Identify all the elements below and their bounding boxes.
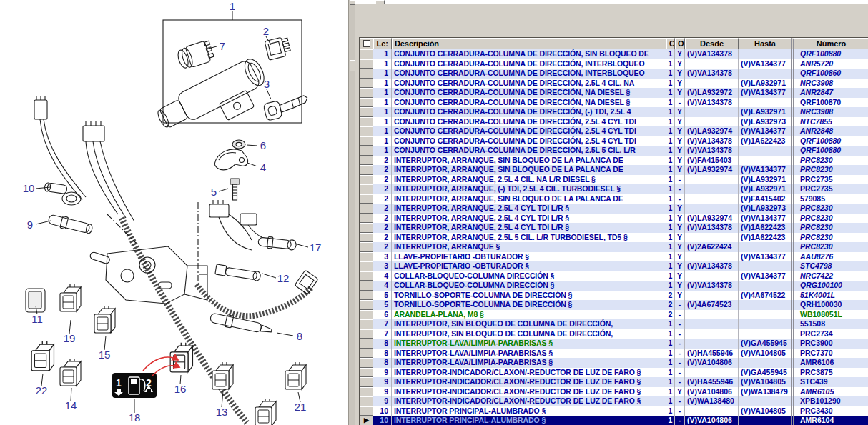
cell-desde[interactable]: [685, 329, 739, 339]
cell-desde[interactable]: [685, 310, 739, 320]
table-row[interactable]: 2INTERRUPTOR, ARRANQUE, SIN BLOQUEO DE L…: [360, 165, 868, 175]
cell-descripcion[interactable]: INTERRUPTOR-INDICADOR/CLAXON/-REDUCTOR D…: [392, 368, 666, 378]
cell-hasta[interactable]: (V)GA455945: [739, 368, 791, 378]
cell-descripcion[interactable]: INTERRUPTOR, SIN BLOQUEO DE COLUMNA DE D…: [392, 319, 666, 329]
diagram-callout-number[interactable]: 14: [65, 399, 77, 411]
cell-numero[interactable]: PRC8230: [791, 214, 868, 224]
cell-le[interactable]: 1: [373, 69, 392, 79]
cell-desde[interactable]: [685, 79, 739, 89]
cell-desde[interactable]: [685, 271, 739, 281]
cell-descripcion[interactable]: CONJUNTO CERRADURA-COLUMNA DE DIRECCIÓN,…: [392, 88, 666, 98]
row-header[interactable]: [360, 107, 373, 117]
cell-descripcion[interactable]: INTERRUPTOR, ARRANQUE, 2.5L 5 CIL. L/R T…: [392, 233, 666, 243]
cell-desde[interactable]: [685, 252, 739, 262]
splitter-handle[interactable]: [375, 0, 385, 4]
cell-os[interactable]: -: [675, 416, 685, 425]
row-header[interactable]: [360, 136, 373, 146]
row-header[interactable]: [360, 310, 373, 320]
cell-numero[interactable]: NRC7422: [791, 271, 868, 281]
cell-os[interactable]: -: [675, 300, 685, 310]
diagram-callout-number[interactable]: 4: [260, 161, 266, 174]
cell-le[interactable]: 7: [373, 319, 392, 329]
cell-hasta[interactable]: [739, 146, 791, 156]
diagram-callout-number[interactable]: 12: [277, 272, 290, 284]
cell-numero[interactable]: 579085: [791, 194, 868, 204]
cell-descripcion[interactable]: INTERRUPTOR, ARRANQUE, 2.5L 4 CYL TDI L/…: [392, 214, 666, 224]
cell-os[interactable]: Y: [675, 136, 685, 146]
cell-le[interactable]: 5: [373, 291, 392, 301]
cell-descripcion[interactable]: COLLAR-BLOQUEO-COLUMNA DIRECCIÓN §: [392, 281, 666, 291]
cell-desde[interactable]: [685, 184, 739, 194]
row-header[interactable]: [360, 223, 373, 233]
cell-desde[interactable]: (V)LA932974: [685, 214, 739, 224]
cell-hasta[interactable]: [739, 281, 791, 291]
cell-numero[interactable]: PRC7370: [791, 349, 868, 359]
cell-hasta[interactable]: (V)LA932971: [739, 175, 791, 185]
cell-hasta[interactable]: (V)WA138479: [739, 387, 791, 397]
cell-cantidad[interactable]: 1: [666, 88, 675, 98]
cell-numero[interactable]: ANR2848: [791, 126, 868, 136]
cell-numero[interactable]: XPB101290: [791, 396, 868, 406]
cell-le[interactable]: 1: [373, 126, 392, 136]
vertical-scrollbar[interactable]: [348, 0, 355, 425]
cell-hasta[interactable]: [739, 69, 791, 79]
table-row[interactable]: 10INTERRUPTOR PRINCIPAL-ALUMBRADO §1-(V)…: [360, 406, 868, 416]
row-header[interactable]: [360, 242, 373, 252]
table-row[interactable]: 7INTERRUPTOR, SIN BLOQUEO DE COLUMNA DE …: [360, 329, 868, 339]
cell-cantidad[interactable]: 1: [666, 175, 675, 185]
cell-le[interactable]: 1: [373, 136, 392, 146]
cell-hasta[interactable]: (V)FA415402: [739, 194, 791, 204]
cell-hasta[interactable]: (V)VA134377: [739, 252, 791, 262]
cell-cantidad[interactable]: 1: [666, 194, 675, 204]
cell-cantidad[interactable]: 1: [666, 59, 675, 69]
diagram-callout-number[interactable]: 13: [216, 406, 228, 418]
table-row[interactable]: 1CONJUNTO CERRADURA-COLUMNA DE DIRECCIÓN…: [360, 126, 868, 136]
cell-desde[interactable]: [685, 117, 739, 127]
cell-cantidad[interactable]: 1: [666, 252, 675, 262]
cell-descripcion[interactable]: CONJUNTO CERRADURA-COLUMNA DE DIRECCIÓN,…: [392, 136, 666, 146]
cell-cantidad[interactable]: 2: [666, 300, 675, 310]
cell-hasta[interactable]: (V)VA134377: [739, 88, 791, 98]
table-row[interactable]: 1CONJUNTO CERRADURA-COLUMNA DE DIRECCIÓN…: [360, 146, 868, 156]
cell-hasta[interactable]: (V)VA104805: [739, 406, 791, 416]
cell-cantidad[interactable]: 1: [666, 377, 675, 387]
cell-numero[interactable]: QRF100870: [791, 98, 868, 108]
cell-os[interactable]: Y: [675, 204, 685, 214]
cell-le[interactable]: 2: [373, 175, 392, 185]
table-row[interactable]: 8INTERRUPTOR-LAVA/LIMPIA-PARABRISAS §1-(…: [360, 339, 868, 349]
table-row[interactable]: 2INTERRUPTOR, ARRANQUE, 2.5L 4 CIL. NA L…: [360, 175, 868, 185]
cell-le[interactable]: 5: [373, 300, 392, 310]
cell-desde[interactable]: [685, 291, 739, 301]
cell-le[interactable]: 2: [373, 194, 392, 204]
cell-hasta[interactable]: [739, 358, 791, 368]
table-row[interactable]: 1CONJUNTO CERRADURA-COLUMNA DE DIRECCIÓN…: [360, 79, 868, 89]
cell-os[interactable]: -: [675, 98, 685, 108]
cell-os[interactable]: Y: [675, 117, 685, 127]
cell-descripcion[interactable]: INTERRUPTOR-LAVA/LIMPIA-PARABRISAS §: [392, 339, 666, 349]
cell-os[interactable]: -: [675, 358, 685, 368]
cell-numero[interactable]: 551508: [791, 319, 868, 329]
cell-le[interactable]: 2: [373, 165, 392, 175]
table-row[interactable]: 2INTERRUPTOR, ARRANQUE §1Y(V)2A622424PRC…: [360, 242, 868, 252]
cell-cantidad[interactable]: 1: [666, 358, 675, 368]
cell-cantidad[interactable]: 1: [666, 349, 675, 359]
cell-os[interactable]: Y: [675, 252, 685, 262]
cell-numero[interactable]: QRH100030: [791, 300, 868, 310]
cell-desde[interactable]: (V)LA932974: [685, 126, 739, 136]
row-header[interactable]: [360, 387, 373, 397]
cell-os[interactable]: -: [675, 184, 685, 194]
cell-hasta[interactable]: (V)LA932971: [739, 79, 791, 89]
diagram-callout-number[interactable]: 19: [64, 332, 76, 344]
cell-hasta[interactable]: (V)LA932971: [739, 184, 791, 194]
cell-numero[interactable]: PRC2734: [791, 329, 868, 339]
cell-hasta[interactable]: [739, 242, 791, 252]
cell-numero[interactable]: PRC3875: [791, 368, 868, 378]
cell-os[interactable]: -: [675, 377, 685, 387]
cell-cantidad[interactable]: 1: [666, 69, 675, 79]
cell-numero[interactable]: NRC3908: [791, 107, 868, 117]
cell-cantidad[interactable]: 1: [666, 214, 675, 224]
cell-cantidad[interactable]: 2: [666, 291, 675, 301]
row-header[interactable]: [360, 69, 373, 79]
cell-desde[interactable]: (V)VA104806: [685, 358, 739, 368]
table-row[interactable]: 6ARANDELA-PLANA, M8 §2-WB108051L: [360, 310, 868, 320]
